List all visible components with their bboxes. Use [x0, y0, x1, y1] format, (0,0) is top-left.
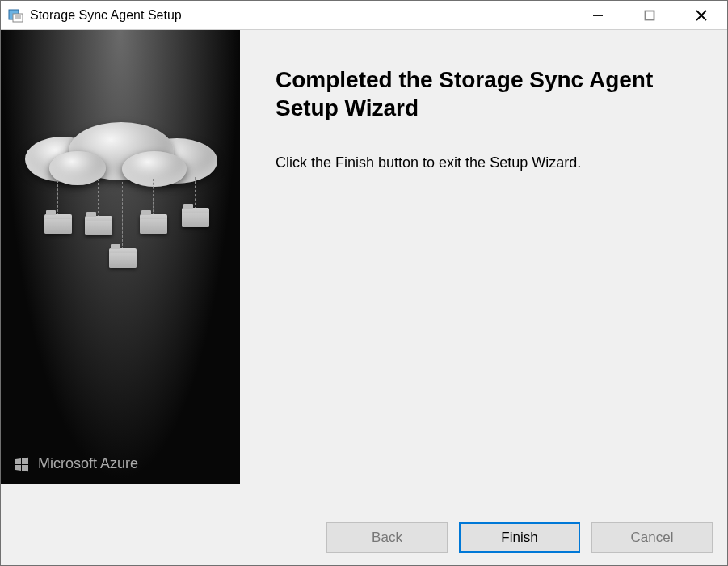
wizard-body-text: Click the Finish button to exit the Setu… [276, 154, 692, 171]
content-area: Microsoft Azure Completed the Storage Sy… [1, 30, 727, 509]
cloud-graphic [25, 111, 217, 185]
installer-icon [7, 7, 23, 23]
footer-button-row: Back Finish Cancel [1, 509, 727, 565]
wizard-heading: Completed the Storage Sync Agent Setup W… [276, 65, 692, 122]
maximize-button[interactable] [624, 1, 675, 29]
svg-rect-3 [646, 11, 654, 19]
minimize-button[interactable] [572, 1, 624, 29]
brand-label: Microsoft Azure [14, 455, 138, 472]
cancel-button[interactable]: Cancel [591, 522, 713, 553]
folders-graphic [25, 184, 217, 289]
window-controls [572, 1, 727, 29]
main-panel: Completed the Storage Sync Agent Setup W… [240, 30, 727, 509]
titlebar: Storage Sync Agent Setup [1, 1, 727, 30]
windows-icon [14, 456, 30, 472]
installer-window: Storage Sync Agent Setup Microsoft Azure [0, 0, 728, 566]
finish-button[interactable]: Finish [459, 522, 580, 553]
back-button[interactable]: Back [326, 522, 448, 553]
window-title: Storage Sync Agent Setup [30, 8, 572, 23]
side-banner: Microsoft Azure [1, 30, 240, 484]
close-button[interactable] [675, 1, 727, 29]
brand-text: Microsoft Azure [38, 455, 138, 472]
